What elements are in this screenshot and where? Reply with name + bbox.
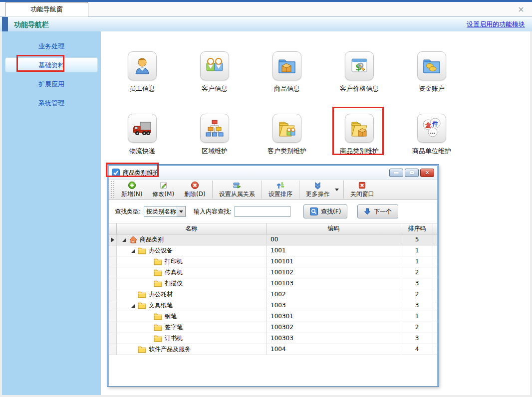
table-row[interactable]: 打印机 100101 1 xyxy=(109,256,437,267)
row-indicator xyxy=(109,322,117,333)
search-icon xyxy=(310,207,318,215)
svg-text:盒: 盒 xyxy=(425,122,432,129)
dialog-app-icon xyxy=(112,169,120,177)
app-icon-funds-account[interactable]: 资金账户 xyxy=(407,51,457,93)
app-icon-product-unit[interactable]: 盒 件 … 商品单位维护 xyxy=(407,114,457,156)
tree-node-label: 订书机 xyxy=(165,333,183,344)
button-label: 设置排序 xyxy=(268,190,292,198)
expander-icon[interactable] xyxy=(131,248,136,253)
app-icon-customer-info[interactable]: 客户信息 xyxy=(190,51,240,93)
column-header-code[interactable]: 编码 xyxy=(266,223,401,234)
more-actions-button[interactable]: 更多操作 xyxy=(301,180,335,199)
sort-cell: 3 xyxy=(401,333,433,344)
table-row[interactable]: 签字笔 100302 2 xyxy=(109,322,437,333)
search-type-select[interactable]: 按类别名称 xyxy=(144,206,186,217)
tree-node-label: 钢笔 xyxy=(165,311,177,322)
icon-label: 区域维护 xyxy=(190,147,240,156)
table-row[interactable]: 传真机 100102 2 xyxy=(109,267,437,278)
folder-icon xyxy=(154,324,162,331)
delete-button[interactable]: 删除(D) xyxy=(179,180,211,199)
app-icon-customer-price[interactable]: $ 客户价格信息 xyxy=(334,51,384,93)
app-icon-region[interactable]: 区域维护 xyxy=(190,114,240,156)
table-row[interactable]: 扫描仪 100103 3 xyxy=(109,278,437,289)
button-label: 新增(N) xyxy=(121,190,142,198)
code-cell: 100101 xyxy=(266,256,401,267)
sidebar-item-business[interactable]: 业务处理 xyxy=(5,38,98,53)
maximize-button[interactable] xyxy=(405,169,419,177)
app-icon-customer-category[interactable]: 客户类别维护 xyxy=(262,114,312,156)
product-unit-icon: 盒 件 … xyxy=(421,117,443,139)
code-cell: 1004 xyxy=(266,344,401,355)
configure-modules-link[interactable]: 设置启用的功能模块 xyxy=(467,17,525,32)
close-window-button[interactable]: 关闭窗口 xyxy=(345,180,379,199)
code-cell: 100303 xyxy=(266,333,401,344)
tab-function-navigation[interactable]: 功能导航窗 xyxy=(5,2,88,16)
sidebar: 业务处理 基础资料 扩展应用 系统管理 xyxy=(2,31,101,395)
folder-icon xyxy=(138,247,146,254)
sort-cell: 2 xyxy=(401,322,433,333)
search-type-value: 按类别名称 xyxy=(144,207,177,216)
close-icon[interactable]: × xyxy=(516,4,526,14)
chevron-down-icon[interactable] xyxy=(177,206,185,216)
dialog-titlebar[interactable]: 商品类别维护 ✕ xyxy=(109,166,437,179)
sidebar-item-system[interactable]: 系统管理 xyxy=(5,95,98,110)
customers-icon xyxy=(205,56,225,76)
tree-node-label: 文具纸笔 xyxy=(149,300,173,311)
row-indicator xyxy=(109,278,117,289)
app-icon-employee-info[interactable]: 员工信息 xyxy=(117,51,167,93)
code-cell: 100301 xyxy=(266,311,401,322)
table-row[interactable]: 文具纸笔 1003 3 xyxy=(109,300,437,311)
search-input[interactable] xyxy=(235,206,290,217)
button-label: 设置从属关系 xyxy=(219,190,255,198)
app-icon-product-info[interactable]: 商品信息 xyxy=(262,51,312,93)
icon-label: 物流快递 xyxy=(117,147,167,156)
sort-cell: 3 xyxy=(401,278,433,289)
close-button[interactable]: ✕ xyxy=(420,169,434,177)
table-row[interactable]: 软件产品及服务 1004 4 xyxy=(109,344,437,355)
table-header: 名称 编码 排序码 xyxy=(109,223,437,234)
sort-cell: 1 xyxy=(401,245,433,256)
edit-button[interactable]: 修改(M) xyxy=(147,180,179,199)
app-window: 功能导航窗 × 功能导航栏 设置启用的功能模块 业务处理 基础资料 扩展应用 系… xyxy=(0,0,532,397)
button-label: 查找(F) xyxy=(321,207,341,216)
add-button[interactable]: 新增(N) xyxy=(116,180,147,199)
more-actions-dropdown-icon[interactable] xyxy=(335,180,342,199)
category-tree-table: 名称 编码 排序码 商品类别 00 5 办公设备 1001 xyxy=(109,223,437,386)
table-row[interactable]: 商品类别 00 5 xyxy=(109,234,437,245)
next-button[interactable]: 下一个 xyxy=(357,204,398,218)
toolbar-separator xyxy=(299,181,299,198)
column-header-name[interactable]: 名称 xyxy=(117,223,266,234)
table-row[interactable]: 钢笔 100301 1 xyxy=(109,311,437,322)
search-input-label: 输入内容查找: xyxy=(194,207,232,216)
icon-label: 商品信息 xyxy=(262,84,312,93)
header-accent-block xyxy=(2,17,8,32)
app-icon-product-category[interactable]: 商品类别维护 xyxy=(334,114,384,156)
row-indicator xyxy=(109,289,117,300)
expander-icon[interactable] xyxy=(131,303,136,308)
find-button[interactable]: 查找(F) xyxy=(303,204,347,218)
table-row[interactable]: 办公耗材 1002 2 xyxy=(109,289,437,300)
sort-cell: 4 xyxy=(401,344,433,355)
table-row[interactable]: 办公设备 1001 1 xyxy=(109,245,437,256)
sidebar-item-basic-data[interactable]: 基础资料 xyxy=(5,57,98,72)
search-type-label: 查找类型: xyxy=(115,207,141,216)
folder-icon xyxy=(138,302,146,309)
sidebar-item-extensions[interactable]: 扩展应用 xyxy=(5,76,98,91)
button-label: 更多操作 xyxy=(306,190,330,198)
minimize-button[interactable] xyxy=(389,169,403,177)
app-icon-logistics[interactable]: 物流快递 xyxy=(117,114,167,156)
column-header-sort[interactable]: 排序码 xyxy=(401,223,433,234)
sort-cell: 5 xyxy=(401,234,433,245)
row-indicator xyxy=(109,256,117,267)
code-cell: 1003 xyxy=(266,300,401,311)
table-row[interactable]: 订书机 100303 3 xyxy=(109,333,437,344)
sort-cell: 3 xyxy=(401,300,433,311)
search-row: 查找类型: 按类别名称 输入内容查找: 查找(F) 下一个 xyxy=(109,200,437,223)
expander-icon[interactable] xyxy=(122,237,127,242)
add-icon xyxy=(128,181,136,190)
set-hierarchy-button[interactable]: 设置从属关系 xyxy=(214,180,260,199)
toolbar-grip[interactable] xyxy=(111,181,114,198)
funds-account-icon xyxy=(422,56,442,76)
set-sort-button[interactable]: 设置排序 xyxy=(264,180,297,199)
row-indicator xyxy=(109,344,117,355)
